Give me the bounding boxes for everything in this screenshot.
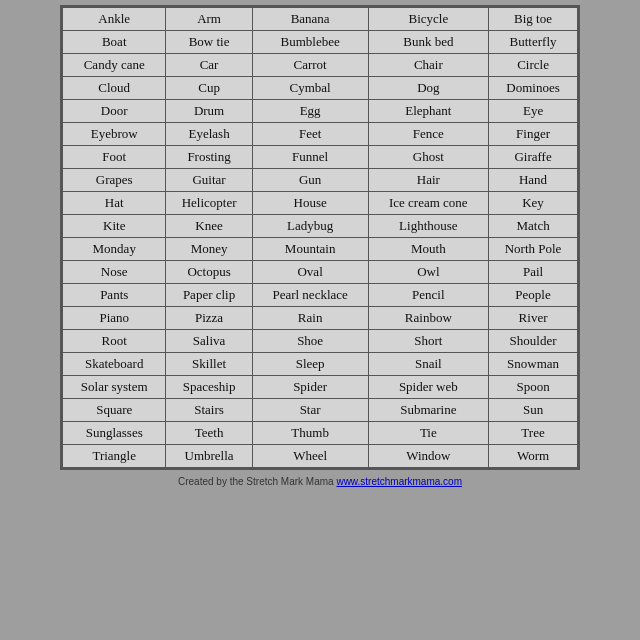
- table-cell: Skateboard: [63, 353, 166, 376]
- table-cell: Cup: [166, 77, 252, 100]
- table-row: NoseOctopusOvalOwlPail: [63, 261, 578, 284]
- table-cell: Lighthouse: [368, 215, 489, 238]
- table-row: TriangleUmbrellaWheelWindowWorm: [63, 445, 578, 468]
- table-cell: Foot: [63, 146, 166, 169]
- table-cell: Boat: [63, 31, 166, 54]
- table-cell: Eyelash: [166, 123, 252, 146]
- table-row: DoorDrumEggElephantEye: [63, 100, 578, 123]
- table-row: EyebrowEyelashFeetFenceFinger: [63, 123, 578, 146]
- table-cell: North Pole: [489, 238, 578, 261]
- table-cell: Spoon: [489, 376, 578, 399]
- table-cell: Hat: [63, 192, 166, 215]
- table-cell: Cloud: [63, 77, 166, 100]
- table-cell: Shoe: [252, 330, 368, 353]
- table-cell: Root: [63, 330, 166, 353]
- table-cell: Bicycle: [368, 8, 489, 31]
- table-cell: Cymbal: [252, 77, 368, 100]
- table-cell: Pencil: [368, 284, 489, 307]
- table-row: FootFrostingFunnelGhostGiraffe: [63, 146, 578, 169]
- table-cell: Knee: [166, 215, 252, 238]
- table-row: SunglassesTeethThumbTieTree: [63, 422, 578, 445]
- table-cell: Owl: [368, 261, 489, 284]
- table-cell: Paper clip: [166, 284, 252, 307]
- table-cell: Ankle: [63, 8, 166, 31]
- table-cell: Pants: [63, 284, 166, 307]
- table-cell: Ghost: [368, 146, 489, 169]
- table-cell: Giraffe: [489, 146, 578, 169]
- table-cell: Finger: [489, 123, 578, 146]
- table-cell: Monday: [63, 238, 166, 261]
- table-cell: Frosting: [166, 146, 252, 169]
- table-row: RootSalivaShoeShortShoulder: [63, 330, 578, 353]
- table-cell: Banana: [252, 8, 368, 31]
- table-cell: Elephant: [368, 100, 489, 123]
- table-cell: Key: [489, 192, 578, 215]
- table-cell: Drum: [166, 100, 252, 123]
- table-cell: Rainbow: [368, 307, 489, 330]
- table-cell: House: [252, 192, 368, 215]
- table-cell: Feet: [252, 123, 368, 146]
- table-cell: Carrot: [252, 54, 368, 77]
- table-row: HatHelicopterHouseIce cream coneKey: [63, 192, 578, 215]
- table-cell: Spider: [252, 376, 368, 399]
- table-row: KiteKneeLadybugLighthouseMatch: [63, 215, 578, 238]
- table-cell: People: [489, 284, 578, 307]
- table-cell: Eyebrow: [63, 123, 166, 146]
- word-table: AnkleArmBananaBicycleBig toeBoatBow tieB…: [62, 7, 578, 468]
- table-cell: Square: [63, 399, 166, 422]
- table-cell: Butterfly: [489, 31, 578, 54]
- table-row: Solar systemSpaceshipSpiderSpider webSpo…: [63, 376, 578, 399]
- table-cell: Money: [166, 238, 252, 261]
- table-cell: Bumblebee: [252, 31, 368, 54]
- table-cell: Wheel: [252, 445, 368, 468]
- table-cell: Match: [489, 215, 578, 238]
- footer-text: Created by the Stretch Mark Mama: [178, 476, 336, 487]
- table-cell: Stairs: [166, 399, 252, 422]
- footer: Created by the Stretch Mark Mama www.str…: [178, 476, 462, 487]
- table-cell: Umbrella: [166, 445, 252, 468]
- table-cell: Door: [63, 100, 166, 123]
- table-cell: Candy cane: [63, 54, 166, 77]
- table-cell: Dominoes: [489, 77, 578, 100]
- table-cell: Sunglasses: [63, 422, 166, 445]
- table-cell: Rain: [252, 307, 368, 330]
- table-cell: Triangle: [63, 445, 166, 468]
- table-cell: Ladybug: [252, 215, 368, 238]
- table-cell: Car: [166, 54, 252, 77]
- table-cell: Thumb: [252, 422, 368, 445]
- table-cell: Big toe: [489, 8, 578, 31]
- table-row: MondayMoneyMountainMouthNorth Pole: [63, 238, 578, 261]
- table-cell: Mountain: [252, 238, 368, 261]
- table-cell: Snail: [368, 353, 489, 376]
- table-cell: Eye: [489, 100, 578, 123]
- table-cell: Mouth: [368, 238, 489, 261]
- table-cell: Tie: [368, 422, 489, 445]
- table-cell: Window: [368, 445, 489, 468]
- table-cell: Arm: [166, 8, 252, 31]
- table-cell: Saliva: [166, 330, 252, 353]
- footer-link[interactable]: www.stretchmarkmama.com: [336, 476, 462, 487]
- table-row: SkateboardSkilletSleepSnailSnowman: [63, 353, 578, 376]
- table-cell: Pail: [489, 261, 578, 284]
- table-cell: Kite: [63, 215, 166, 238]
- table-cell: Circle: [489, 54, 578, 77]
- table-cell: Guitar: [166, 169, 252, 192]
- table-cell: Grapes: [63, 169, 166, 192]
- table-cell: Egg: [252, 100, 368, 123]
- table-cell: Bunk bed: [368, 31, 489, 54]
- table-cell: River: [489, 307, 578, 330]
- table-cell: Ice cream cone: [368, 192, 489, 215]
- table-cell: Worm: [489, 445, 578, 468]
- table-row: AnkleArmBananaBicycleBig toe: [63, 8, 578, 31]
- table-cell: Hair: [368, 169, 489, 192]
- table-cell: Tree: [489, 422, 578, 445]
- table-cell: Octopus: [166, 261, 252, 284]
- table-cell: Fence: [368, 123, 489, 146]
- table-cell: Gun: [252, 169, 368, 192]
- table-row: CloudCupCymbalDogDominoes: [63, 77, 578, 100]
- table-cell: Short: [368, 330, 489, 353]
- table-cell: Pearl necklace: [252, 284, 368, 307]
- table-cell: Submarine: [368, 399, 489, 422]
- table-cell: Dog: [368, 77, 489, 100]
- table-cell: Snowman: [489, 353, 578, 376]
